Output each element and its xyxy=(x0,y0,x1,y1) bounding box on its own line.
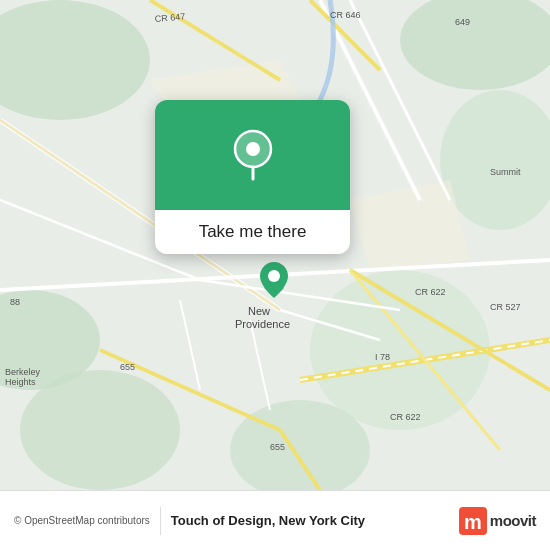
osm-credit: © OpenStreetMap contributors xyxy=(14,515,150,526)
svg-text:649: 649 xyxy=(455,17,470,27)
svg-text:655: 655 xyxy=(270,442,285,452)
bottom-bar: © OpenStreetMap contributors Touch of De… xyxy=(0,490,550,550)
location-title: Touch of Design, New York City xyxy=(171,513,365,528)
moovit-text: moovit xyxy=(490,512,536,529)
popup-card: Take me there xyxy=(155,100,350,254)
moovit-icon: m xyxy=(459,507,487,535)
svg-point-47 xyxy=(268,270,280,282)
svg-text:CR 527: CR 527 xyxy=(490,302,521,312)
location-pin-icon xyxy=(231,129,275,181)
svg-point-46 xyxy=(246,142,260,156)
svg-text:88: 88 xyxy=(10,297,20,307)
svg-text:Summit: Summit xyxy=(490,167,521,177)
map-container: CR 647 CR 646 649 Summit CR 622 CR 527 I… xyxy=(0,0,550,490)
svg-text:Providence: Providence xyxy=(235,318,290,330)
divider xyxy=(160,507,161,535)
take-me-there-button[interactable]: Take me there xyxy=(155,210,350,254)
svg-text:Heights: Heights xyxy=(5,377,36,387)
map-pin xyxy=(260,262,288,298)
svg-text:I 78: I 78 xyxy=(375,352,390,362)
svg-text:CR 622: CR 622 xyxy=(390,412,421,422)
svg-text:m: m xyxy=(464,511,482,533)
svg-text:CR 622: CR 622 xyxy=(415,287,446,297)
svg-text:655: 655 xyxy=(120,362,135,372)
svg-text:Berkeley: Berkeley xyxy=(5,367,41,377)
popup-header xyxy=(155,100,350,210)
svg-point-5 xyxy=(20,370,180,490)
moovit-logo: m moovit xyxy=(459,507,536,535)
svg-text:CR 646: CR 646 xyxy=(330,10,361,20)
svg-text:New: New xyxy=(248,305,270,317)
